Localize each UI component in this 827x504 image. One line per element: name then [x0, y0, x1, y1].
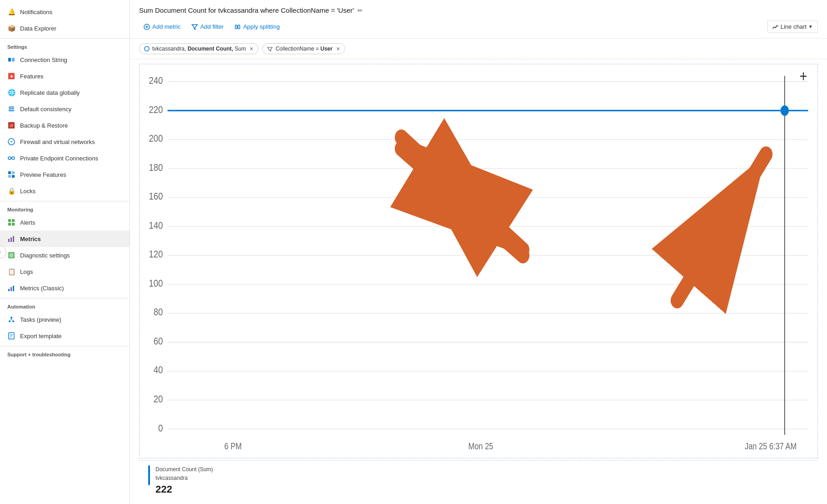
svg-text:↺: ↺ [10, 123, 13, 128]
svg-text:40: 40 [154, 364, 163, 375]
svg-point-11 [12, 157, 15, 159]
edit-title-icon[interactable]: ✏ [357, 7, 363, 14]
svg-text:+: + [800, 67, 807, 85]
sidebar-item-export-template[interactable]: Export template [0, 328, 129, 344]
support-section: Support + troubleshooting [0, 346, 129, 359]
svg-text:Jan 25 6:37 AM: Jan 25 6:37 AM [744, 441, 796, 451]
tasks-icon [7, 315, 16, 324]
sidebar-label-data-explorer: Data Explorer [20, 25, 56, 32]
svg-rect-13 [8, 171, 11, 174]
sidebar-label-features: Features [20, 73, 43, 80]
svg-text:★: ★ [10, 74, 14, 79]
apply-splitting-button[interactable]: Apply splitting [230, 21, 284, 32]
svg-text:180: 180 [149, 161, 163, 173]
sidebar-item-default-consistency[interactable]: Default consistency [0, 101, 129, 117]
svg-rect-26 [8, 289, 10, 291]
sidebar-item-locks[interactable]: 🔒 Locks [0, 183, 129, 199]
svg-rect-17 [8, 219, 11, 222]
bell-icon: 🔔 [7, 8, 16, 16]
metrics-classic-icon [7, 284, 16, 292]
sidebar-item-notifications[interactable]: 🔔 Notifications [0, 4, 129, 20]
dropdown-arrow: ▼ [808, 24, 813, 29]
chart-svg: 0 20 40 60 80 100 120 140 160 180 [140, 64, 817, 458]
sidebar-item-firewall[interactable]: Firewall and virtual networks [0, 134, 129, 150]
svg-rect-15 [8, 175, 11, 178]
svg-text:200: 200 [149, 132, 163, 144]
filter-row: tvkcassandra, Document Count, Sum ✕ Coll… [130, 39, 827, 59]
metric-pill-close[interactable]: ✕ [249, 46, 253, 52]
endpoint-icon [7, 154, 16, 162]
collection-pill-close[interactable]: ✕ [336, 46, 340, 52]
legend-info: Document Count (Sum) tvkcassandra 222 [155, 465, 213, 495]
chart-header: Sum Document Count for tvkcassandra wher… [130, 0, 827, 39]
sidebar-item-features[interactable]: ★ Features [0, 68, 129, 84]
svg-text:120: 120 [149, 248, 163, 259]
sidebar-label-connection-string: Connection String [20, 57, 67, 63]
svg-text:220: 220 [149, 103, 163, 115]
sidebar-item-preview-features[interactable]: Preview Features [0, 166, 129, 183]
backup-icon: ↺ [7, 121, 16, 129]
preview-icon [7, 170, 16, 179]
sidebar-item-metrics-classic[interactable]: Metrics (Classic) [0, 280, 129, 296]
collection-filter-pill[interactable]: CollectionName = User ✕ [262, 43, 345, 54]
svg-point-29 [10, 317, 12, 319]
chart-title: Sum Document Count for tvkcassandra wher… [139, 6, 818, 14]
sidebar-label-alerts: Alerts [20, 219, 35, 226]
sidebar-item-diagnostic-settings[interactable]: ⚙ Diagnostic settings [0, 247, 129, 263]
export-icon [7, 332, 16, 340]
add-filter-button[interactable]: Add filter [187, 21, 228, 32]
sidebar-label-logs: Logs [20, 268, 33, 275]
diagnostic-icon: ⚙ [7, 251, 16, 259]
sidebar-item-private-endpoint[interactable]: Private Endpoint Connections [0, 150, 129, 166]
sidebar-item-alerts[interactable]: Alerts [0, 214, 129, 231]
sidebar-item-tasks[interactable]: Tasks (preview) [0, 311, 129, 328]
sidebar-item-metrics[interactable]: Metrics [0, 231, 129, 247]
sidebar-label-export-template: Export template [20, 333, 62, 339]
main-content: Sum Document Count for tvkcassandra wher… [130, 0, 827, 504]
chart-title-text: Sum Document Count for tvkcassandra wher… [139, 6, 354, 14]
svg-rect-19 [8, 223, 11, 226]
sidebar-label-diagnostic: Diagnostic settings [20, 252, 70, 259]
svg-line-33 [11, 319, 12, 320]
svg-rect-0 [8, 58, 11, 62]
settings-section: Settings [0, 38, 129, 51]
sidebar-item-data-explorer[interactable]: 📦 Data Explorer [0, 20, 129, 36]
sidebar-item-connection-string[interactable]: Connection String [0, 51, 129, 68]
sidebar-label-backup: Backup & Restore [20, 122, 68, 129]
automation-section: Automation [0, 298, 129, 311]
line-chart-button[interactable]: Line chart ▼ [767, 21, 818, 33]
svg-rect-22 [10, 237, 12, 242]
svg-rect-14 [12, 171, 15, 174]
legend-metric-label: Document Count (Sum) [155, 465, 213, 474]
add-metric-button[interactable]: Add metric [139, 21, 185, 32]
sidebar-label-metrics: Metrics [20, 236, 41, 242]
sidebar-label-consistency: Default consistency [20, 106, 72, 113]
line-chart-icon [772, 24, 779, 30]
metrics-icon [7, 235, 16, 243]
svg-line-32 [10, 319, 11, 320]
consistency-icon [7, 105, 16, 113]
legend-color-bar [148, 465, 150, 485]
svg-rect-16 [12, 175, 15, 178]
svg-rect-1 [12, 58, 15, 62]
svg-rect-42 [238, 25, 240, 29]
sidebar-item-replicate[interactable]: 🌐 Replicate data globally [0, 84, 129, 101]
sidebar-label-notifications: Notifications [20, 9, 52, 15]
svg-point-10 [8, 157, 11, 159]
svg-point-31 [12, 320, 14, 322]
alerts-icon [7, 218, 16, 226]
metric-pill-text: tvkcassandra, Document Count, Sum [152, 46, 246, 52]
metric-filter-pill[interactable]: tvkcassandra, Document Count, Sum ✕ [139, 43, 258, 54]
svg-text:160: 160 [149, 190, 163, 201]
sidebar-item-backup[interactable]: ↺ Backup & Restore [0, 117, 129, 134]
monitoring-section: Monitoring [0, 201, 129, 214]
sidebar-item-logs[interactable]: 📋 Logs [0, 263, 129, 280]
chart-container: 0 20 40 60 80 100 120 140 160 180 [139, 64, 818, 458]
svg-rect-21 [8, 239, 10, 242]
chart-toolbar: Add metric Add filter Apply splitting Li… [139, 19, 818, 35]
svg-text:100: 100 [149, 277, 163, 288]
sidebar-label-private-endpoint: Private Endpoint Connections [20, 155, 98, 162]
connection-icon [7, 56, 16, 64]
svg-rect-28 [13, 286, 14, 291]
legend-value: 222 [155, 483, 213, 495]
